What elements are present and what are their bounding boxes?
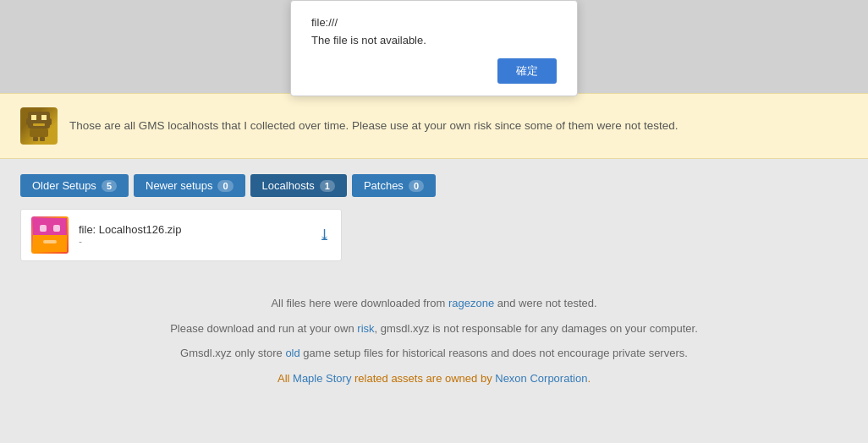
dialog-box: file:/// The file is not available. 確定	[290, 0, 578, 96]
tab-patches-label: Patches	[364, 179, 404, 192]
footer-line-3: Gmsdl.xyz only store old game setup file…	[20, 345, 848, 362]
footer-text-3b: game setup files for historical reasons …	[300, 347, 688, 359]
warning-text: Those are all GMS localhosts that I coll…	[69, 117, 678, 135]
tab-newer-setups-label: Newer setups	[146, 179, 212, 192]
tab-newer-setups[interactable]: Newer setups 0	[134, 174, 245, 197]
svg-rect-8	[40, 137, 45, 141]
footer-link-old: old	[285, 347, 299, 359]
footer-line-2: Please download and run at your own risk…	[20, 320, 848, 337]
file-list: file: Localhost126.zip - ⤓	[0, 209, 868, 261]
footer-text-2a: Please download and run at your own	[170, 322, 357, 335]
footer-link-ragezone: ragezone	[448, 297, 494, 309]
dialog-backdrop: file:/// The file is not available. 確定	[0, 0, 868, 93]
tab-patches-badge: 0	[409, 180, 424, 192]
warning-icon	[20, 107, 58, 145]
tab-newer-setups-badge: 0	[217, 180, 233, 192]
tab-localhosts[interactable]: Localhosts 1	[250, 174, 347, 197]
tab-localhosts-badge: 1	[320, 180, 335, 192]
footer-text-4b: related assets are owned by	[351, 372, 495, 385]
file-info: file: Localhost126.zip -	[79, 223, 308, 248]
footer-link-nexon: Nexon Corporation	[495, 372, 587, 385]
svg-rect-7	[33, 137, 38, 141]
tab-localhosts-label: Localhosts	[262, 179, 315, 192]
tab-older-setups-label: Older Setups	[32, 179, 96, 192]
footer-text-4c: .	[587, 372, 591, 385]
dialog-message: The file is not available.	[311, 34, 557, 46]
file-item: file: Localhost126.zip - ⤓	[20, 209, 342, 261]
svg-rect-4	[30, 129, 48, 137]
svg-rect-6	[48, 118, 52, 125]
warning-banner: Those are all GMS localhosts that I coll…	[0, 93, 868, 159]
svg-rect-2	[41, 115, 47, 120]
svg-rect-11	[40, 225, 47, 232]
footer-section: All files here were downloaded from rage…	[0, 287, 868, 415]
dialog-ok-button[interactable]: 確定	[497, 58, 557, 84]
footer-link-risk: risk	[357, 322, 374, 335]
file-thumbnail	[31, 216, 69, 254]
character-icon	[23, 110, 55, 142]
footer-link-maple: Maple Story	[293, 372, 351, 385]
file-download-icon[interactable]: ⤓	[318, 226, 331, 244]
svg-rect-1	[31, 115, 36, 120]
file-size: -	[79, 236, 308, 248]
tabs-row: Older Setups 5 Newer setups 0 Localhosts…	[0, 174, 868, 197]
tab-older-setups[interactable]: Older Setups 5	[20, 174, 129, 197]
file-name: file: Localhost126.zip	[79, 223, 308, 236]
footer-text-1a: All files here were downloaded from	[271, 297, 448, 309]
file-thumb-icon	[33, 218, 67, 252]
dialog-footer: 確定	[311, 58, 557, 84]
footer-text-3a: Gmsdl.xyz only store	[180, 347, 285, 359]
tab-older-setups-badge: 5	[102, 180, 117, 192]
footer-text-4a: All	[277, 372, 293, 385]
footer-text-1b: and were not tested.	[494, 297, 596, 309]
svg-rect-13	[43, 240, 57, 243]
svg-rect-5	[26, 118, 30, 125]
dialog-title: file:///	[311, 16, 557, 29]
footer-text-2b: , gmsdl.xyz is not responsable for any d…	[375, 322, 698, 335]
footer-line-1: All files here were downloaded from rage…	[20, 295, 848, 312]
footer-line-4: All Maple Story related assets are owned…	[20, 370, 848, 387]
tab-patches[interactable]: Patches 0	[352, 174, 436, 197]
svg-rect-3	[33, 123, 45, 126]
svg-rect-12	[53, 225, 60, 232]
